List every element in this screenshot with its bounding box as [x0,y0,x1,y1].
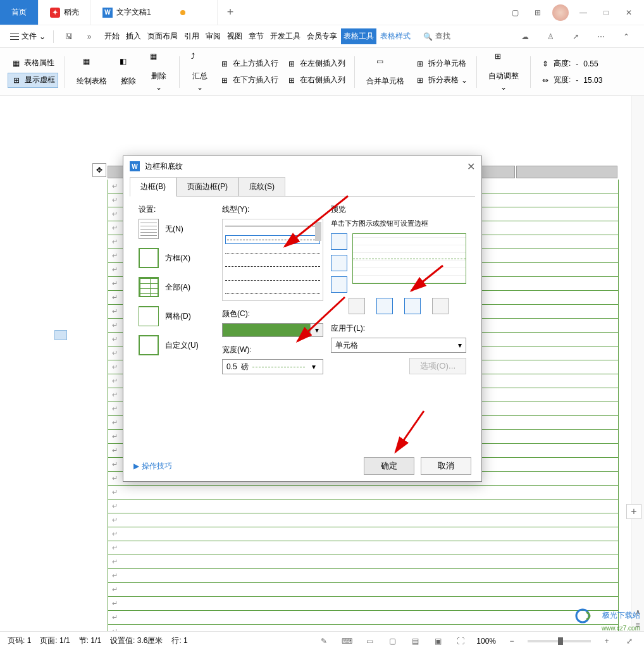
table-row[interactable]: ↵ [108,555,619,569]
more-options-icon[interactable]: ⋯ [593,29,609,44]
apply-to-select[interactable]: 单元格 ▾ [331,338,466,353]
merge-cells-button[interactable]: ▭合并单元格 [361,54,409,89]
erase-button[interactable]: ◧擦除 [115,54,142,89]
insert-below-button[interactable]: ⊞在下方插入行 [216,73,281,87]
view-print-icon[interactable]: ▭ [362,634,376,648]
line-style-list[interactable] [222,219,323,301]
view-read-icon[interactable]: ▢ [385,634,399,648]
tab-doke[interactable]: ✦ 稻壳 [39,0,91,25]
menu-tabletools[interactable]: 表格工具 [341,28,376,44]
menu-view[interactable]: 视图 [225,28,245,44]
search-button[interactable]: 🔍 查找 [423,31,450,42]
dialog-titlebar[interactable]: W 边框和底纹 ✕ [123,156,481,176]
draw-table-button[interactable]: ▦绘制表格 [71,54,112,89]
status-page[interactable]: 页码: 1 [8,635,31,646]
status-section[interactable]: 节: 1/1 [79,635,101,646]
ok-button[interactable]: 确定 [364,457,414,475]
line-scroll-thumb[interactable] [315,222,321,241]
table-row[interactable]: ↵ [108,569,619,583]
dialog-close-button[interactable]: ✕ [467,161,475,173]
maximize-button[interactable]: □ [596,3,616,23]
border-top-button[interactable] [331,233,347,250]
status-line[interactable]: 行: 1 [171,635,187,646]
menu-devtools[interactable]: 开发工具 [268,28,303,44]
line-dash2[interactable] [225,262,320,271]
avatar[interactable] [550,3,571,23]
add-row-button[interactable]: + [626,504,641,519]
table-row[interactable]: ↵ [108,583,619,597]
window-layout2-icon[interactable]: ⊞ [528,3,548,23]
delete-button[interactable]: ▦删除⌄ [145,49,173,94]
line-dot[interactable] [225,249,320,257]
split-cell-button[interactable]: ⊞拆分单元格 [412,57,470,71]
tab-page-border[interactable]: 页面边框(P) [176,177,238,197]
line-solid[interactable] [225,222,320,230]
menu-review[interactable]: 审阅 [203,28,223,44]
menu-reference[interactable]: 引用 [182,28,202,44]
setting-all[interactable]: 全部(A) [139,277,214,297]
table-row[interactable]: ↵ [108,513,619,527]
share-icon[interactable]: ↗ [568,29,583,44]
table-row[interactable]: ↵ [108,541,619,555]
tab-document[interactable]: W 文字文稿1 [91,0,218,25]
border-diag1-button[interactable] [349,298,365,314]
vertical-scrollbar[interactable]: + ∧ ≡ ∨ [631,96,644,646]
spellcheck-icon[interactable]: ✎ [317,634,331,648]
show-grid-button[interactable]: ⊞显示虚框 [8,73,58,88]
table-row[interactable]: ↵ [108,611,619,625]
border-preview[interactable] [352,233,466,284]
insert-right-button[interactable]: ⊞在右侧插入列 [283,73,348,87]
menu-pagelayout[interactable]: 页面布局 [145,28,180,44]
tab-border[interactable]: 边框(B) [130,177,176,197]
table-row[interactable]: ↵ [108,597,619,611]
tips-link[interactable]: ▶ 操作技巧 [133,461,172,472]
table-properties-button[interactable]: ▦表格属性 [8,56,58,70]
more-icon[interactable]: » [82,29,97,44]
setting-grid[interactable]: 网格(D) [139,306,214,326]
menu-insert[interactable]: 插入 [123,28,144,44]
width-picker[interactable]: 0.5 磅 ▾ [222,359,323,374]
menu-start[interactable]: 开始 [102,28,122,44]
insert-above-button[interactable]: ⊞在上方插入行 [216,57,281,71]
setting-custom[interactable]: 自定义(U) [139,335,214,355]
border-bottom-button[interactable] [331,276,347,293]
zoom-level[interactable]: 100% [476,637,496,646]
tab-shading[interactable]: 底纹(S) [238,177,285,197]
cloud-icon[interactable]: ☁ [517,29,533,44]
fullscreen-icon[interactable]: ⤢ [622,634,636,648]
status-position[interactable]: 设置值: 3.6厘米 [110,635,163,646]
side-panel-icon[interactable] [54,330,67,340]
table-row[interactable]: ↵ [108,486,619,500]
line-dashdotdot[interactable] [225,290,320,298]
auto-fit-button[interactable]: ⊞自动调整⌄ [483,49,524,94]
status-pages[interactable]: 页面: 1/1 [40,635,70,646]
border-mid-h-button[interactable] [331,255,347,271]
line-dashdot[interactable] [225,276,320,284]
color-picker[interactable]: ▾ [222,323,323,337]
table-row[interactable]: ↵ [108,500,619,513]
view-web-icon[interactable]: ▤ [408,634,422,648]
options-button[interactable]: 选项(O)... [409,358,466,374]
color-dropdown-icon[interactable]: ▾ [310,324,323,336]
width-dropdown-icon[interactable]: ▾ [309,362,319,371]
input-mode-icon[interactable]: ⌨ [340,634,354,648]
menu-tablestyle[interactable]: 表格样式 [378,28,413,44]
cancel-button[interactable]: 取消 [421,457,471,475]
zoom-slider[interactable] [528,640,591,642]
table-move-handle[interactable]: ✥ [92,163,106,177]
col-width[interactable]: ⇔宽度:-15.03 [537,73,605,87]
close-button[interactable]: ✕ [619,3,639,23]
border-right-button[interactable] [404,298,421,314]
border-diag2-button[interactable] [432,298,449,314]
summary-button[interactable]: ⤴汇总⌄ [186,49,214,94]
collapse-ribbon-icon[interactable]: ⌃ [619,29,634,44]
tab-home[interactable]: 首页 [0,0,39,25]
user-icon[interactable]: ♙ [543,29,558,44]
zoom-out-button[interactable]: − [505,634,519,648]
minimize-button[interactable]: — [573,3,593,23]
save-icon[interactable]: 🖫 [61,29,77,44]
fit-page-icon[interactable]: ⛶ [454,634,468,648]
insert-left-button[interactable]: ⊞在左侧插入列 [283,57,348,71]
new-tab-button[interactable]: + [218,0,243,25]
file-menu[interactable]: 文件 ⌄ [10,31,46,42]
